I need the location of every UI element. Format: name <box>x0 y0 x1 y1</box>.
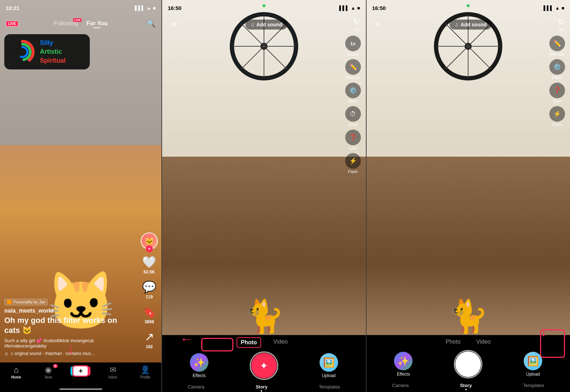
add-sound-button[interactable]: ♫ Add sound <box>245 20 287 30</box>
nav-for-you[interactable]: For You <box>87 20 108 27</box>
flip-label-3: Flip <box>558 27 564 32</box>
bookmark-count: 3898 <box>145 319 154 324</box>
creator-avatar[interactable]: 🐱 + <box>141 232 158 250</box>
share-button[interactable]: ↗ 192 <box>145 330 154 349</box>
share-count: 192 <box>146 344 153 349</box>
bookmark-icon: 🔖 <box>142 305 156 319</box>
close-button[interactable]: ✕ <box>168 19 179 30</box>
bookmark-button[interactable]: 🔖 3898 <box>142 305 156 324</box>
speed-icon: 1x <box>345 36 361 51</box>
cam-nav-camera-3[interactable]: Camera <box>392 383 409 390</box>
carpet-texture <box>162 157 366 335</box>
shutter-button-3[interactable] <box>454 350 482 378</box>
cam-nav-camera[interactable]: Camera <box>188 384 204 392</box>
flash-label-3: Flash <box>553 122 562 127</box>
qa-control[interactable]: ❓ Q&A <box>345 130 361 150</box>
follow-button[interactable]: + <box>146 245 153 252</box>
username[interactable]: nala_meets_world <box>4 308 133 314</box>
cam-nav-story-label: Story <box>256 384 268 390</box>
flip-button[interactable]: ↻ Flip <box>353 17 360 32</box>
following-live-badge: LIVE <box>73 18 82 22</box>
cam-nav-templates-label-3: Templates <box>523 383 544 388</box>
comment-button[interactable]: 💬 119 <box>142 280 156 299</box>
now-badge: 6 <box>53 364 58 368</box>
nav-profile[interactable]: 👤 Profile <box>135 365 156 379</box>
video-tab[interactable]: Video <box>270 337 291 348</box>
speed-control[interactable]: 1x Speed <box>345 36 361 56</box>
flash-control-3[interactable]: ⚡ Flash <box>549 106 565 127</box>
svg-line-13 <box>264 46 287 69</box>
shutter-inner-3 <box>455 351 481 377</box>
camera-status-bar: 16:50 ▌▌▌ ▲ ■ <box>162 0 366 16</box>
like-button[interactable]: 🤍 62.5K <box>142 255 156 275</box>
filters-label: Filters <box>348 99 358 103</box>
create-btn-inner: + <box>72 365 89 377</box>
camera-top-bar-3: ✕ ♫ Add sound ↻ Flip <box>367 16 570 33</box>
cam-nav-story-3[interactable]: Story <box>460 383 472 390</box>
effects-button[interactable]: ✨ Effects <box>190 353 208 378</box>
video-tab-3[interactable]: Video <box>473 337 494 346</box>
nav-home[interactable]: ⌂ Home <box>5 365 27 379</box>
upload-button-3[interactable]: 🖼️ Upload <box>524 352 542 377</box>
photo-tab[interactable]: Photo <box>237 337 261 348</box>
upload-label-3: Upload <box>526 372 540 377</box>
filters-label-3: Filters <box>552 75 563 80</box>
close-button-3[interactable]: ✕ <box>372 19 384 30</box>
qa-control-3[interactable]: ❓ Q&A <box>549 83 565 103</box>
svg-line-26 <box>445 46 468 69</box>
add-sound-label-3: Add sound <box>461 22 487 27</box>
right-actions: 🐱 + 🤍 62.5K 💬 119 🔖 3898 ↗ 192 <box>141 232 158 349</box>
heart-icon: 🤍 <box>142 255 156 269</box>
ring-labels: Silly Artistic Spiritual <box>40 39 66 64</box>
search-icon[interactable]: 🔍 <box>147 19 156 28</box>
cam-nav-story[interactable]: Story <box>256 384 268 392</box>
photo-video-tabs-3: Photo Video <box>442 335 494 349</box>
flip-button-3[interactable]: ↻ Flip <box>558 17 564 32</box>
camera-controls-row-3: ✨ Effects 🖼️ Upload <box>367 349 570 380</box>
personality-badge: 🟧 Personality by Jan <box>4 299 48 305</box>
retouch-label-3: Retouch <box>550 52 565 56</box>
status-bar: 10:21 ▌▌▌ ▲ ■ <box>0 0 161 16</box>
cat-bg-bottom: 🐈 <box>162 157 366 335</box>
shutter-button[interactable] <box>250 351 278 380</box>
retouch-control-3[interactable]: ✏️ Retouch <box>549 36 565 56</box>
cam-status-time: 16:50 <box>168 5 181 11</box>
panel-tiktok-feed: 🐱 Silly Artistic Spiritual 10:21 ▌▌▌ ▲ ■ <box>0 0 161 392</box>
upload-button[interactable]: 🖼️ Upload <box>320 353 338 378</box>
qa-label-3: Q&A <box>553 99 561 103</box>
flash-icon-3: ⚡ <box>549 106 565 122</box>
photo-tab-3[interactable]: Photo <box>442 337 464 346</box>
effects-button-3[interactable]: ✨ Effects <box>394 352 413 377</box>
retouch-control[interactable]: ✏️ Retouch <box>345 59 361 80</box>
bottom-nav: ⌂ Home ◉ Now 6 + ✉ Inbox 👤 Profile <box>0 362 161 392</box>
story-active-dot <box>261 390 262 392</box>
svg-line-24 <box>468 46 491 69</box>
timer-control[interactable]: ⏱ Timer <box>345 106 361 127</box>
cam-nav-templates-3[interactable]: Templates <box>523 383 544 390</box>
add-sound-label: Add sound <box>256 22 282 27</box>
inbox-icon: ✉ <box>110 365 116 375</box>
story-active-dot-3 <box>465 389 467 390</box>
ring-label-spiritual: Spiritual <box>40 57 66 64</box>
music-note-icon-3: ♫ <box>455 22 458 27</box>
flash-control[interactable]: ⚡ Flash <box>345 153 361 174</box>
nav-now[interactable]: ◉ Now 6 <box>38 365 59 379</box>
effects-icon: ✨ <box>190 353 208 372</box>
top-nav: LIVE Following LIVE For You 🔍 <box>0 16 161 31</box>
panel-camera-upload: 🐈 16:50 ▌▌▌ ▲ ■ ✕ ♫ Add sound ↻ Flip ✏️ … <box>366 0 570 392</box>
add-sound-button-3[interactable]: ♫ Add sound <box>450 20 492 30</box>
filters-control-3[interactable]: ⚙️ Filters <box>549 59 565 80</box>
status-time: 10:21 <box>6 5 19 11</box>
inbox-label: Inbox <box>109 375 117 379</box>
cam-nav-templates[interactable]: Templates <box>319 384 340 392</box>
nav-following[interactable]: Following LIVE <box>54 20 78 27</box>
nav-inbox[interactable]: ✉ Inbox <box>102 365 124 379</box>
upload-label: Upload <box>322 373 336 378</box>
carpet-texture-3 <box>367 157 570 335</box>
create-button[interactable]: + <box>70 365 91 377</box>
sound-text: ♫ original sound - rhianhart · contains … <box>10 351 94 356</box>
cam-nav-camera-label: Camera <box>188 384 204 390</box>
cam-nav-templates-label: Templates <box>319 384 340 390</box>
filters-control[interactable]: ⚙️ Filters <box>345 83 361 103</box>
activity-rings <box>10 40 35 64</box>
